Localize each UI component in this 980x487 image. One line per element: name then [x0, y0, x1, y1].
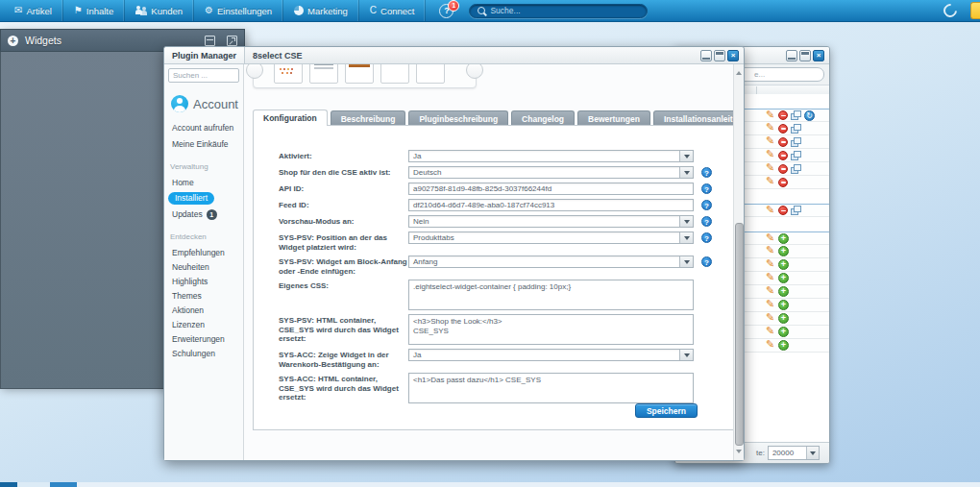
sidebar-item[interactable]: Highlights: [164, 274, 243, 288]
text-field[interactable]: df210d64-d6d7-489e-aba0-187cf74cc913: [408, 199, 694, 211]
tab-plugin-manager[interactable]: Plugin Manager: [164, 47, 245, 63]
add-widget-icon[interactable]: [8, 36, 18, 46]
save-button[interactable]: Speichern: [635, 403, 698, 418]
corner-notification[interactable]: [970, 2, 980, 19]
refresh-icon[interactable]: [804, 110, 815, 121]
minimize-icon[interactable]: [786, 50, 797, 61]
copy-icon[interactable]: [791, 151, 801, 160]
edit-icon[interactable]: [766, 123, 775, 134]
copy-icon[interactable]: [791, 137, 801, 147]
sidebar-item[interactable]: Themes: [164, 288, 243, 303]
select-field[interactable]: Produkttabs: [408, 231, 694, 244]
chevron-down-icon[interactable]: [679, 167, 693, 178]
config-tab[interactable]: Pluginbeschreibung: [408, 110, 508, 126]
help-icon[interactable]: [701, 183, 712, 194]
close-icon[interactable]: [727, 50, 739, 61]
plus-icon[interactable]: [778, 273, 789, 283]
topbar-menu-item[interactable]: ⚙ Einstellungen: [194, 0, 283, 21]
sidebar-item[interactable]: Schulungen: [164, 346, 243, 360]
page-size-combo[interactable]: 20000: [768, 446, 820, 460]
edit-icon[interactable]: [766, 327, 775, 337]
edit-icon[interactable]: [766, 273, 775, 283]
plus-icon[interactable]: [778, 327, 789, 337]
popout-icon[interactable]: [227, 36, 237, 46]
config-tab[interactable]: Konfiguration: [253, 110, 328, 126]
screenshot-thumb[interactable]: [345, 64, 374, 84]
scrollbar[interactable]: [733, 64, 744, 460]
topbar-menu-item[interactable]: ✉ Artikel: [4, 0, 63, 21]
plus-icon[interactable]: [778, 246, 789, 256]
select-field[interactable]: Nein: [408, 215, 694, 228]
edit-icon[interactable]: [766, 340, 775, 351]
config-tab[interactable]: Bewertungen: [577, 110, 650, 126]
plus-icon[interactable]: [778, 233, 789, 244]
collapse-icon[interactable]: [205, 36, 215, 46]
tab-8select-cse[interactable]: 8select CSE: [245, 47, 700, 63]
edit-icon[interactable]: [766, 110, 775, 121]
help-icon[interactable]: [701, 256, 712, 267]
next-icon[interactable]: [466, 64, 483, 79]
sidebar-item[interactable]: Installiert: [164, 189, 243, 207]
sidebar-item[interactable]: Neuheiten: [164, 259, 243, 274]
sidebar-item[interactable]: Erweiterungen: [164, 331, 243, 346]
config-tab[interactable]: Beschreibung: [331, 110, 406, 126]
delete-icon[interactable]: [778, 151, 788, 160]
chevron-down-icon[interactable]: [806, 447, 819, 459]
select-field[interactable]: Ja: [408, 150, 694, 162]
edit-icon[interactable]: [766, 177, 775, 187]
textarea-field[interactable]: <h3>Shop the Look:</h3> CSE_SYS: [408, 314, 694, 345]
chevron-down-icon[interactable]: [679, 232, 693, 243]
chevron-down-icon[interactable]: [679, 256, 693, 267]
select-field[interactable]: Ja: [408, 349, 694, 361]
taskbar-item[interactable]: [17, 482, 50, 487]
help-icon[interactable]: [701, 216, 712, 227]
plus-icon[interactable]: [778, 286, 789, 297]
text-field[interactable]: a902758f-81d9-48fb-825d-3037f66244fd: [408, 183, 694, 195]
chevron-down-icon[interactable]: [679, 216, 693, 227]
topbar-menu-item[interactable]: ⚑ Inhalte: [63, 0, 126, 21]
taskbar-item[interactable]: [0, 482, 17, 487]
textarea-field[interactable]: .eightselect-widget-container { padding:…: [408, 280, 694, 310]
delete-icon[interactable]: [778, 178, 788, 187]
sidebar-link[interactable]: Account aufrufen: [164, 119, 243, 135]
taskbar-item[interactable]: [50, 482, 77, 487]
plus-icon[interactable]: [778, 340, 789, 351]
config-tab[interactable]: Changelog: [511, 110, 575, 126]
plus-icon[interactable]: [778, 313, 789, 324]
edit-icon[interactable]: [766, 259, 775, 270]
maximize-icon[interactable]: [799, 50, 811, 61]
sidebar-item[interactable]: Empfehlungen: [164, 245, 243, 259]
delete-icon[interactable]: [778, 206, 788, 215]
edit-icon[interactable]: [766, 163, 775, 174]
plus-icon[interactable]: [778, 300, 789, 310]
edit-icon[interactable]: [766, 313, 775, 324]
sidebar-item[interactable]: Home: [164, 175, 243, 189]
copy-icon[interactable]: [791, 110, 801, 120]
screenshot-thumb[interactable]: [274, 64, 303, 84]
delete-icon[interactable]: [778, 124, 788, 134]
sidebar-item[interactable]: Lizenzen: [164, 317, 243, 331]
select-field[interactable]: Anfang: [408, 256, 694, 268]
plugin-search-input[interactable]: Suchen ...: [168, 68, 239, 83]
delete-icon[interactable]: [778, 110, 788, 120]
close-icon[interactable]: [813, 50, 824, 61]
chevron-down-icon[interactable]: [679, 151, 693, 161]
delete-icon[interactable]: [778, 137, 788, 147]
copy-icon[interactable]: [791, 124, 801, 134]
edit-icon[interactable]: [766, 233, 775, 244]
chevron-down-icon[interactable]: [679, 350, 693, 360]
screenshot-thumb[interactable]: [416, 64, 445, 84]
delete-icon[interactable]: [778, 164, 788, 174]
topbar-menu-item[interactable]: Kunden: [125, 0, 194, 21]
help-icon[interactable]: 1: [439, 4, 453, 18]
screenshot-thumb[interactable]: [380, 64, 409, 84]
topbar-menu-item[interactable]: Marketing: [283, 0, 359, 21]
minimize-icon[interactable]: [700, 50, 712, 61]
edit-icon[interactable]: [766, 150, 775, 160]
help-icon[interactable]: [701, 200, 712, 210]
edit-icon[interactable]: [766, 136, 775, 147]
notification-badge[interactable]: 1: [448, 0, 459, 12]
copy-icon[interactable]: [791, 164, 801, 174]
sidebar-link[interactable]: Meine Einkäufe: [164, 135, 243, 152]
topbar-menu-item[interactable]: Ϲ Connect: [359, 0, 427, 21]
